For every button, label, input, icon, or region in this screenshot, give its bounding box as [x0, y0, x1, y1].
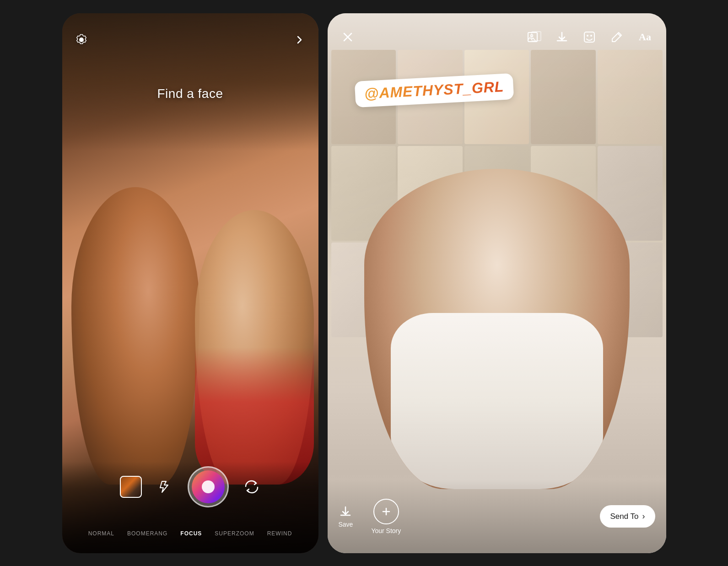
right-top-controls: Aa	[328, 27, 666, 47]
top-right-controls: Aa	[525, 27, 655, 47]
shutter-center	[202, 480, 215, 493]
story-person	[364, 169, 630, 489]
your-story-circle	[373, 499, 399, 524]
save-button[interactable]: Save	[339, 505, 353, 528]
mode-superzoom[interactable]: SUPERZOOM	[215, 530, 254, 537]
shutter-button[interactable]	[188, 466, 229, 507]
sticker-button[interactable]	[580, 28, 599, 46]
send-to-button[interactable]: Send To ›	[600, 505, 655, 528]
top-left-controls	[339, 28, 357, 46]
photos-button[interactable]	[525, 28, 544, 46]
mode-rewind[interactable]: REWIND	[267, 530, 292, 537]
text-button[interactable]: Aa	[635, 27, 655, 47]
your-story-button[interactable]: Your Story	[371, 499, 401, 534]
left-bottom-controls: NORMAL BOOMERANG FOCUS SUPERZOOM REWIND	[62, 462, 318, 553]
your-story-label: Your Story	[371, 527, 401, 534]
send-to-label: Send To	[610, 512, 638, 521]
mode-focus[interactable]: FOCUS	[180, 530, 202, 537]
shutter-inner	[192, 470, 225, 503]
aa-label: Aa	[639, 31, 651, 43]
flash-button[interactable]	[156, 478, 174, 496]
svg-point-4	[587, 35, 588, 37]
download-button[interactable]	[553, 28, 571, 46]
right-bottom-controls: Save Your Story Send To ›	[328, 480, 666, 553]
username-text: @AMETHYST_GRL	[364, 78, 504, 102]
screens-container: Find a face	[0, 0, 728, 566]
find-face-label: Find a face	[62, 86, 318, 101]
svg-point-5	[590, 35, 592, 37]
moodboard-item	[531, 50, 596, 145]
settings-button[interactable]	[73, 32, 90, 48]
mode-normal[interactable]: NORMAL	[88, 530, 114, 537]
mode-boomerang[interactable]: BOOMERANG	[127, 530, 167, 537]
left-top-controls	[62, 32, 318, 48]
camera-action-row	[62, 466, 318, 507]
next-button[interactable]	[291, 32, 307, 48]
pencil-button[interactable]	[608, 28, 626, 46]
right-screen: @AMETHYST_GRL	[328, 13, 666, 553]
flip-camera-button[interactable]	[243, 478, 261, 496]
gallery-thumbnail[interactable]	[120, 476, 142, 498]
camera-modes: NORMAL BOOMERANG FOCUS SUPERZOOM REWIND	[62, 530, 318, 537]
save-label: Save	[339, 521, 353, 528]
moodboard-item	[598, 50, 663, 145]
send-to-chevron-icon: ›	[642, 512, 645, 521]
close-button[interactable]	[339, 28, 357, 46]
left-screen: Find a face	[62, 13, 318, 553]
